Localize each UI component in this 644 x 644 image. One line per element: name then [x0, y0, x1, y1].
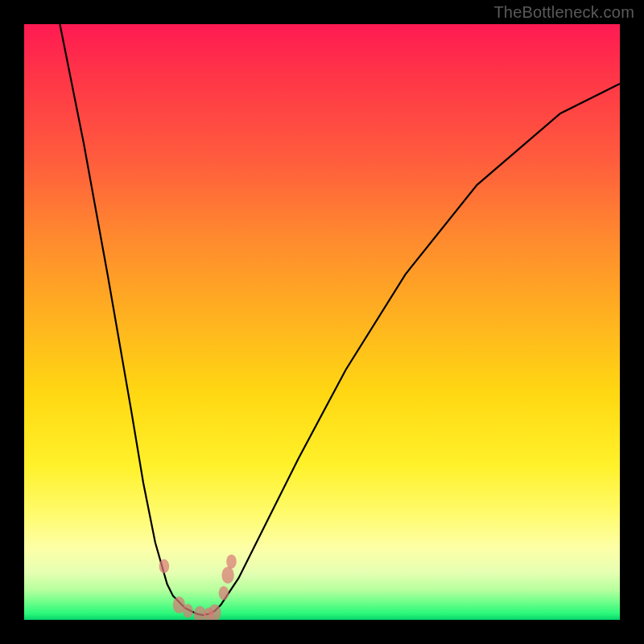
- curve-marker: [226, 555, 237, 569]
- bottleneck-curve: [24, 24, 620, 620]
- curve-marker: [221, 567, 233, 584]
- curve-marker: [183, 604, 193, 618]
- watermark-text: TheBottleneck.com: [493, 3, 634, 22]
- curve-marker: [159, 559, 170, 574]
- curve-marker: [219, 586, 229, 601]
- plot-area: [24, 24, 620, 620]
